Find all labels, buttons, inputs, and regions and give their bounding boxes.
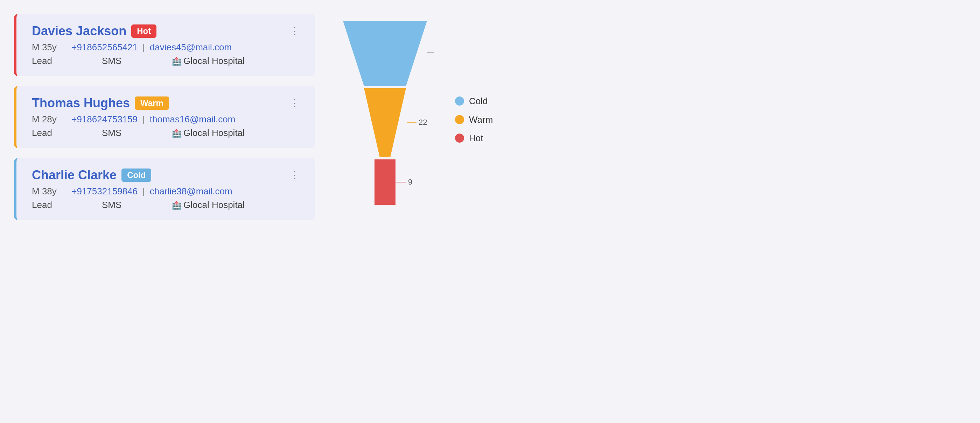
- legend-cold: Cold: [455, 96, 493, 107]
- legend-hot: Hot: [455, 133, 493, 144]
- card-type-davies-jackson: Lead: [32, 55, 102, 67]
- funnel-hot-segment: [374, 159, 396, 205]
- cards-panel: Davies Jackson Hot ⋮ M 35y +918652565421…: [14, 14, 315, 220]
- card-name-row-thomas-hughes: Thomas Hughes Warm: [32, 96, 169, 111]
- card-hospital-davies-jackson: 🏥Glocal Hospital: [172, 55, 245, 67]
- card-name-row-charlie-clarke: Charlie Clarke Cold: [32, 168, 151, 182]
- card-name-thomas-hughes: Thomas Hughes: [32, 96, 130, 111]
- card-info-davies-jackson: M 35y +918652565421 | davies45@mail.com: [32, 42, 304, 53]
- cold-dot: [455, 97, 464, 106]
- card-info-charlie-clarke: M 38y +917532159846 | charlie38@mail.com: [32, 186, 304, 197]
- card-badge-davies-jackson: Hot: [131, 24, 156, 38]
- funnel-warm-segment: [364, 88, 406, 157]
- card-channel-charlie-clarke: SMS: [102, 200, 172, 211]
- more-options-charlie-clarke[interactable]: ⋮: [286, 168, 304, 182]
- card-header-davies-jackson: Davies Jackson Hot ⋮: [32, 24, 304, 38]
- card-type-charlie-clarke: Lead: [32, 200, 102, 211]
- card-meta-thomas-hughes: Lead SMS 🏥Glocal Hospital: [32, 128, 304, 138]
- hospital-icon-davies-jackson: 🏥: [172, 57, 181, 66]
- card-meta-davies-jackson: Lead SMS 🏥Glocal Hospital: [32, 55, 304, 67]
- funnel-svg-area: 11 22 9: [336, 21, 434, 218]
- legend-warm: Warm: [455, 114, 493, 125]
- card-meta-charlie-clarke: Lead SMS 🏥Glocal Hospital: [32, 200, 304, 211]
- chart-panel: 11 22 9 Cold Warm Hot: [336, 14, 966, 218]
- card-gender-age-charlie-clarke: M 38y: [32, 186, 57, 197]
- card-charlie-clarke: Charlie Clarke Cold ⋮ M 38y +91753215984…: [14, 158, 315, 220]
- card-phone-charlie-clarke[interactable]: +917532159846: [72, 186, 138, 197]
- card-name-charlie-clarke: Charlie Clarke: [32, 168, 116, 182]
- hospital-icon-charlie-clarke: 🏥: [172, 201, 181, 210]
- card-email-charlie-clarke[interactable]: charlie38@mail.com: [150, 186, 232, 197]
- cold-label: Cold: [469, 96, 488, 107]
- chart-legend: Cold Warm Hot: [455, 96, 493, 144]
- card-davies-jackson: Davies Jackson Hot ⋮ M 35y +918652565421…: [14, 14, 315, 76]
- card-name-davies-jackson: Davies Jackson: [32, 24, 126, 38]
- more-options-davies-jackson[interactable]: ⋮: [286, 24, 304, 38]
- card-email-thomas-hughes[interactable]: thomas16@mail.com: [150, 114, 235, 125]
- card-email-davies-jackson[interactable]: davies45@mail.com: [150, 42, 232, 53]
- card-name-row-davies-jackson: Davies Jackson Hot: [32, 24, 156, 38]
- funnel-wrapper: 11 22 9 Cold Warm Hot: [336, 21, 493, 218]
- warm-dot: [455, 115, 464, 124]
- card-hospital-thomas-hughes: 🏥Glocal Hospital: [172, 128, 245, 138]
- card-header-charlie-clarke: Charlie Clarke Cold ⋮: [32, 168, 304, 182]
- warm-label: Warm: [469, 114, 493, 125]
- card-channel-thomas-hughes: SMS: [102, 128, 172, 138]
- more-options-thomas-hughes[interactable]: ⋮: [286, 96, 304, 110]
- hot-dot: [455, 133, 464, 143]
- card-gender-age-davies-jackson: M 35y: [32, 42, 57, 53]
- card-phone-davies-jackson[interactable]: +918652565421: [72, 42, 138, 53]
- card-hospital-charlie-clarke: 🏥Glocal Hospital: [172, 200, 245, 211]
- card-thomas-hughes: Thomas Hughes Warm ⋮ M 28y +918624753159…: [14, 86, 315, 148]
- funnel-chart: 11 22 9: [336, 21, 434, 217]
- card-channel-davies-jackson: SMS: [102, 55, 172, 67]
- hot-label: Hot: [469, 133, 483, 144]
- warm-value-label: 22: [418, 118, 427, 127]
- hospital-icon-thomas-hughes: 🏥: [172, 129, 181, 138]
- card-badge-thomas-hughes: Warm: [135, 97, 169, 110]
- card-type-thomas-hughes: Lead: [32, 128, 102, 138]
- hot-value-label: 9: [408, 177, 412, 186]
- funnel-cold-segment: [343, 21, 427, 86]
- card-info-thomas-hughes: M 28y +918624753159 | thomas16@mail.com: [32, 114, 304, 125]
- card-badge-charlie-clarke: Cold: [121, 168, 151, 182]
- card-gender-age-thomas-hughes: M 28y: [32, 114, 57, 125]
- card-header-thomas-hughes: Thomas Hughes Warm ⋮: [32, 96, 304, 111]
- card-phone-thomas-hughes[interactable]: +918624753159: [72, 114, 138, 125]
